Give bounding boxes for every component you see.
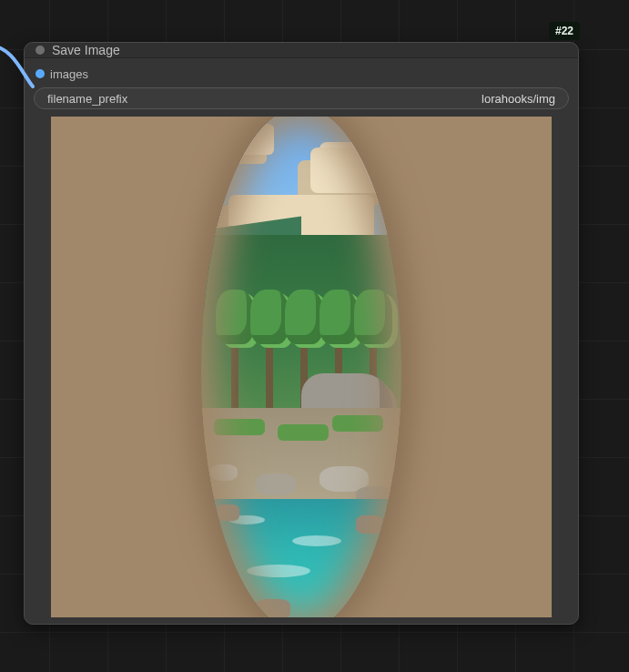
grass xyxy=(214,419,265,435)
preview-area xyxy=(34,117,569,617)
rock xyxy=(356,515,383,534)
field-value: lorahooks/img xyxy=(482,92,555,106)
collapse-dot-icon[interactable] xyxy=(36,46,45,55)
filename-prefix-field[interactable]: filename_prefix lorahooks/img xyxy=(34,87,569,109)
rock xyxy=(256,599,290,617)
node-header[interactable]: Save Image xyxy=(25,43,578,58)
field-label: filename_prefix xyxy=(47,92,127,106)
save-image-node[interactable]: Save Image images filename_prefix loraho… xyxy=(24,42,579,625)
pebble xyxy=(256,473,296,495)
port-label: images xyxy=(50,67,88,81)
input-port-images[interactable]: images xyxy=(34,64,569,84)
cloud-icon xyxy=(310,148,392,193)
node-id-badge: #22 xyxy=(549,22,580,40)
output-image-preview[interactable] xyxy=(51,117,552,617)
rock xyxy=(216,504,239,521)
ripple xyxy=(247,565,310,577)
cloud-icon xyxy=(210,124,274,155)
port-dot-icon[interactable] xyxy=(36,69,45,78)
ripple xyxy=(292,535,341,546)
oval-scene xyxy=(201,117,401,617)
pebble xyxy=(210,464,238,481)
node-body: images filename_prefix lorahooks/img xyxy=(25,58,578,626)
node-title: Save Image xyxy=(52,43,120,57)
